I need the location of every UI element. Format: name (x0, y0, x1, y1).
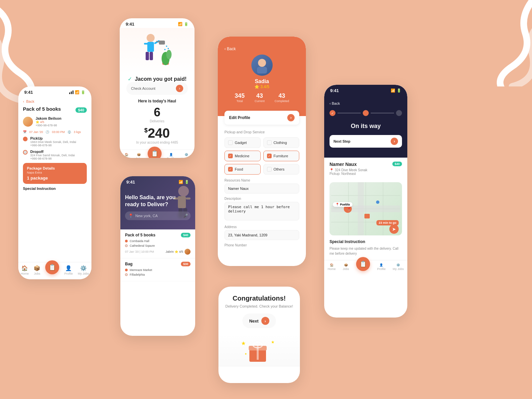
nav-home[interactable]: 🏠 Home (21, 265, 29, 275)
service-section: Pickup and Drop Service Gadget Clothing … (218, 125, 306, 256)
medicine-label: Medicine (235, 154, 249, 158)
others-checkbox[interactable] (267, 167, 272, 172)
phone3-hello-sadia: 9:41 📶 🔋 Hello Sadia, are you ready to D… (120, 176, 195, 336)
pickup-address: 1663 Dive Meek Sonak, Deli, Indai (30, 140, 76, 144)
nav-my-jobs[interactable]: ⚙️ My Jobs (78, 265, 89, 275)
account-text: In your account ending 4485 (126, 141, 188, 144)
calendar-icon: 📅 (23, 130, 27, 134)
furniture-checkbox[interactable]: ✓ (267, 154, 272, 158)
stat-current-label: Current (255, 99, 265, 103)
profile-back-button[interactable]: ‹ Back (224, 47, 299, 51)
location-pin-icon: 📍 (330, 168, 333, 172)
phone2-status-icons: 📶 🔋 (178, 22, 189, 26)
nav-jobs-6[interactable]: 📦 Jobs (343, 263, 349, 271)
resources-name-group: Resources Name (224, 179, 299, 194)
nav-fab-button[interactable]: 📋 (45, 260, 59, 274)
gadget-checkbox[interactable] (228, 140, 233, 145)
nav-home-label: Home (21, 272, 29, 275)
food-checkbox[interactable]: ✓ (228, 167, 233, 172)
battery-icon-3: 🔋 (185, 180, 189, 184)
service-others[interactable]: Others (263, 164, 300, 175)
clothing-checkbox[interactable] (267, 140, 272, 145)
phone-label: Phone Number (224, 243, 299, 247)
svg-rect-17 (186, 198, 191, 200)
package-details-box: Package Details Napa Extra 1 package (23, 163, 87, 184)
address-input[interactable] (224, 230, 299, 240)
phone6-status-bar: 9:41 📶 🔋 (324, 85, 407, 94)
address-label: Address (224, 225, 299, 229)
map-navigation-button[interactable]: ➤ (389, 224, 399, 234)
nav-profile-2[interactable]: 👤 Profile (167, 153, 176, 158)
resources-name-input[interactable] (224, 184, 299, 194)
stat-total: 345 Total (235, 92, 245, 103)
dropoff-dot-1 (125, 244, 128, 247)
next-step-button[interactable]: Next Step › (330, 135, 402, 148)
service-grid: Gadget Clothing ✓ Medicine ✓ Furniture ✓… (224, 137, 299, 175)
job-card-2: Bag $30 Memraze Market Filladelphia (120, 258, 195, 281)
delivery-name: Namer Naux (330, 162, 367, 167)
job-price-badge-2: $30 (181, 262, 191, 266)
jobs-icon-2: 📦 (137, 153, 141, 156)
svg-point-20 (258, 59, 266, 67)
location-pin-map: 📍 (335, 203, 339, 206)
pickup-dot-2 (125, 269, 128, 271)
next-button[interactable]: Next › (242, 314, 276, 328)
edit-profile-label: Edit Profile (229, 115, 250, 120)
phone1-back-link[interactable]: ‹ Back (23, 99, 87, 103)
nav-home-6[interactable]: 🏠 Home (328, 263, 336, 271)
phone4-profile-service: ‹ Back Sadia ⭐ 3.4/5 345 Total 43 Curren… (218, 37, 306, 266)
back-button-6[interactable]: ‹ Back (330, 101, 402, 105)
nav-my-jobs-2[interactable]: ⚙️ My Jobs (181, 153, 192, 158)
my-jobs-icon-6: ⚙️ (396, 263, 400, 267)
medicine-checkbox[interactable]: ✓ (228, 154, 233, 158)
job-card-1: Pack of 5 books $40 Combaida Hall Cathed… (120, 229, 195, 258)
progress-dot-2 (363, 110, 369, 116)
dropoff-section: Dropoff 324 Five Samil Monak, Deli, Inda… (23, 150, 87, 160)
jobs-icon-6: 📦 (344, 263, 348, 267)
battery-icon-6: 🔋 (397, 88, 401, 93)
svg-rect-15 (178, 196, 186, 208)
service-medicine[interactable]: ✓ Medicine (224, 151, 261, 161)
svg-rect-21 (257, 67, 267, 73)
edit-profile-button[interactable]: Edit Profile › (224, 111, 299, 125)
check-account-button[interactable]: Check Account › (126, 82, 188, 95)
wifi-icon: 📶 (75, 90, 79, 94)
pickup-label: PickUp (30, 136, 76, 140)
service-clothing[interactable]: Clothing (263, 137, 300, 148)
special-instruction-label: Special Instruction (23, 187, 87, 191)
search-input[interactable] (135, 214, 181, 218)
nav-home-2[interactable]: 🏠 Home (122, 153, 130, 158)
haul-amount: $240 (126, 126, 188, 141)
svg-rect-7 (146, 52, 149, 60)
nav-jobs-2[interactable]: 📦 Jobs (136, 153, 142, 158)
phone-group: Phone Number (224, 243, 299, 247)
special-instruction-section: Special Instruction Please keep me updat… (324, 235, 407, 260)
amount-value: 240 (148, 126, 170, 140)
order-title: Pack of 5 books (23, 106, 61, 112)
check-account-arrow-icon: › (176, 85, 183, 92)
signal-bar-3 (72, 90, 73, 94)
svg-point-11 (166, 46, 167, 47)
pickup-section: PickUp 1663 Dive Meek Sonak, Deli, Indai… (23, 136, 87, 147)
special-instr-title: Special Instruction (330, 239, 402, 244)
driver-name: Jakom Beilson (36, 116, 62, 120)
svg-point-3 (147, 34, 155, 42)
nav-fab-2[interactable]: 📋 (148, 147, 162, 158)
job-price-badge-1: $40 (181, 233, 191, 237)
service-gadget[interactable]: Gadget (224, 137, 261, 148)
service-food[interactable]: ✓ Food (224, 164, 261, 175)
wave-top-right-decoration (446, 0, 532, 86)
search-bar[interactable]: 📍 🎤 (125, 211, 191, 220)
svg-rect-36 (358, 182, 364, 235)
pickup-dot (23, 137, 28, 141)
description-input[interactable]: Please call me 1 hour before delivery (224, 202, 299, 220)
nav-profile-6[interactable]: 👤 Profile (377, 263, 386, 271)
nav-fab-6[interactable]: 📋 (356, 257, 370, 271)
clock-icon: 🕒 (46, 130, 49, 134)
gadget-label: Gadget (235, 141, 247, 145)
delivery-address: 📍 324 Dive Meek Sonak (330, 168, 367, 172)
nav-jobs[interactable]: 📦 Jobs (34, 265, 40, 275)
service-furniture[interactable]: ✓ Furniture (263, 151, 300, 161)
nav-my-jobs-6[interactable]: ⚙️ My Jobs (393, 263, 404, 271)
nav-profile[interactable]: 👤 Profile (64, 265, 73, 275)
